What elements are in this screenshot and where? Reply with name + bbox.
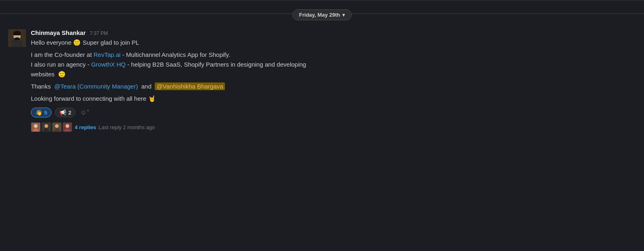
chevron-down-icon: ▾ — [342, 12, 345, 18]
reply-avatar-4 — [63, 122, 72, 132]
message-container: Chinmaya Shankar 7:37 PM Hello everyone … — [0, 26, 644, 135]
top-divider — [0, 0, 644, 0]
mention-vanhishikha[interactable]: @Vanhishikha Bhargava — [155, 82, 225, 90]
svg-point-11 — [55, 124, 58, 128]
reply-avatar-3 — [52, 122, 62, 132]
message-line-4: Looking forward to connecting with all h… — [31, 94, 636, 104]
reaction-wave[interactable]: 👋 5 — [31, 108, 52, 117]
message-line-1: Hello everyone 🙂 Super glad to join PL — [31, 38, 636, 48]
reply-avatar-2 — [41, 122, 51, 132]
reply-avatars — [31, 122, 72, 132]
svg-point-9 — [44, 124, 48, 128]
mention-teara[interactable]: @Teara (Community Manager) — [54, 83, 138, 90]
revtap-link[interactable]: RevTap.ai — [93, 51, 121, 58]
replies-section: 4 replies Last reply 2 months ago — [31, 122, 636, 132]
wave-count: 5 — [44, 110, 47, 116]
username: Chinmaya Shankar — [31, 29, 86, 36]
svg-point-13 — [65, 124, 69, 128]
message-content: Chinmaya Shankar 7:37 PM Hello everyone … — [31, 29, 636, 132]
reply-avatar-1 — [31, 122, 41, 132]
avatar — [8, 29, 26, 47]
add-reaction-icon: ☺︎+ — [80, 108, 89, 116]
svg-point-5 — [11, 40, 23, 44]
add-reaction-button[interactable]: ☺︎+ — [79, 107, 90, 118]
svg-rect-3 — [13, 33, 21, 35]
reactions-bar: 👋 5 📢 2 ☺︎+ — [31, 107, 636, 118]
message-line-3: Thanks @Teara (Community Manager) and @V… — [31, 82, 636, 91]
growthx-link[interactable]: GrowthX HQ — [91, 61, 125, 68]
date-divider: Friday, May 29th ▾ — [0, 2, 644, 24]
megaphone-count: 2 — [68, 110, 71, 116]
timestamp: 7:37 PM — [90, 30, 108, 36]
replies-link[interactable]: 4 replies — [75, 124, 96, 130]
wave-emoji: 👋 — [35, 109, 42, 116]
message-header: Chinmaya Shankar 7:37 PM — [31, 29, 636, 36]
date-label: Friday, May 29th — [299, 12, 340, 18]
date-pill[interactable]: Friday, May 29th ▾ — [292, 9, 352, 20]
message-body: Hello everyone 🙂 Super glad to join PL I… — [31, 38, 636, 104]
reaction-megaphone[interactable]: 📢 2 — [55, 108, 76, 117]
message-line-2: I am the Co-founder at RevTap.ai - Multi… — [31, 50, 636, 79]
svg-point-7 — [34, 124, 37, 128]
replies-meta: Last reply 2 months ago — [99, 124, 155, 130]
megaphone-emoji: 📢 — [59, 109, 66, 116]
